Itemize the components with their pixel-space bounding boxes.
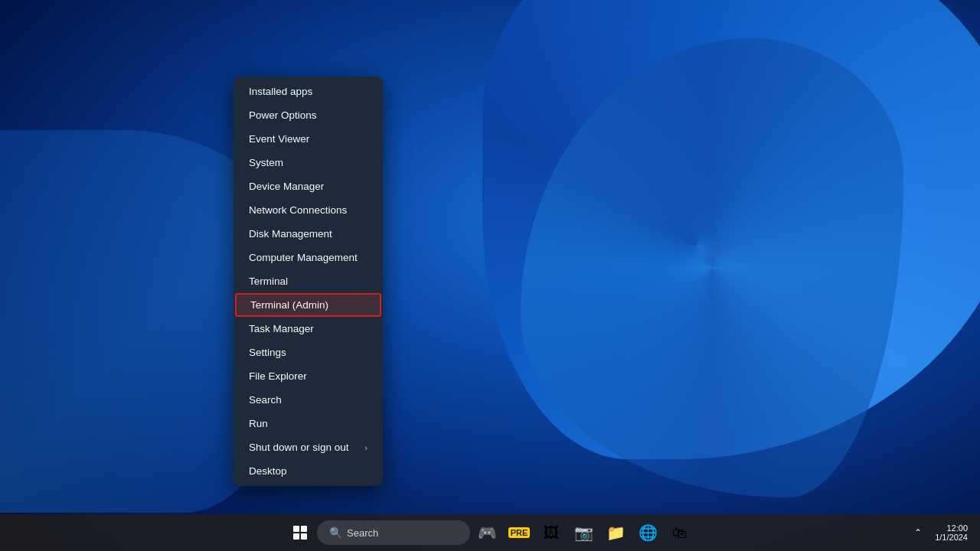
taskbar-icon-xbox[interactable]: PRE bbox=[504, 517, 534, 548]
menu-item-arrow-shut-down-sign-out: › bbox=[364, 443, 368, 452]
menu-item-label-device-manager: Device Manager bbox=[249, 181, 324, 192]
svg-rect-0 bbox=[293, 526, 299, 532]
desktop: Installed appsPower OptionsEvent ViewerS… bbox=[0, 0, 980, 551]
menu-item-desktop[interactable]: Desktop bbox=[234, 459, 383, 483]
menu-item-file-explorer[interactable]: File Explorer bbox=[234, 364, 383, 388]
menu-item-label-event-viewer: Event Viewer bbox=[249, 133, 309, 145]
menu-item-label-terminal: Terminal bbox=[249, 276, 288, 287]
taskbar-icon-meet[interactable]: 📷 bbox=[568, 517, 599, 548]
taskbar-right: ⌃ 12:00 1/1/2024 bbox=[903, 517, 971, 548]
menu-item-label-network-connections: Network Connections bbox=[249, 204, 347, 216]
menu-item-label-power-options: Power Options bbox=[249, 109, 317, 121]
menu-item-label-search: Search bbox=[249, 394, 282, 406]
menu-item-label-installed-apps: Installed apps bbox=[249, 86, 312, 97]
menu-item-disk-management[interactable]: Disk Management bbox=[234, 222, 383, 246]
menu-item-label-settings: Settings bbox=[249, 347, 286, 358]
svg-rect-1 bbox=[301, 526, 307, 532]
taskbar-search-icon: 🔍 bbox=[329, 527, 342, 539]
menu-item-search[interactable]: Search bbox=[234, 388, 383, 412]
menu-item-settings[interactable]: Settings bbox=[234, 341, 383, 364]
context-menu: Installed appsPower OptionsEvent ViewerS… bbox=[234, 77, 383, 486]
menu-item-event-viewer[interactable]: Event Viewer bbox=[234, 127, 383, 151]
menu-item-label-shut-down-sign-out: Shut down or sign out bbox=[249, 442, 349, 453]
menu-item-label-file-explorer: File Explorer bbox=[249, 370, 307, 382]
taskbar: 🔍 Search 🎮 PRE 🖼 📷 📁 🌐 � bbox=[0, 514, 980, 551]
taskbar-clock: 12:00 1/1/2024 bbox=[935, 523, 968, 542]
menu-item-shut-down-sign-out[interactable]: Shut down or sign out› bbox=[234, 435, 383, 459]
menu-item-label-desktop: Desktop bbox=[249, 465, 287, 477]
taskbar-icon-edge[interactable]: 🌐 bbox=[632, 517, 663, 548]
taskbar-center: 🔍 Search 🎮 PRE 🖼 📷 📁 🌐 � bbox=[285, 517, 695, 548]
menu-item-label-disk-management: Disk Management bbox=[249, 228, 332, 240]
menu-item-task-manager[interactable]: Task Manager bbox=[234, 317, 383, 341]
menu-item-system[interactable]: System bbox=[234, 151, 383, 174]
taskbar-icon-steam[interactable]: 🎮 bbox=[472, 517, 502, 548]
taskbar-icon-fileexplorer[interactable]: 📁 bbox=[600, 517, 631, 548]
svg-rect-2 bbox=[293, 533, 299, 540]
menu-item-label-system: System bbox=[249, 157, 283, 168]
menu-item-installed-apps[interactable]: Installed apps bbox=[234, 80, 383, 103]
taskbar-search[interactable]: 🔍 Search bbox=[317, 520, 470, 545]
taskbar-system-tray[interactable]: ⌃ bbox=[903, 517, 933, 548]
menu-item-terminal-admin[interactable]: Terminal (Admin) bbox=[235, 293, 381, 317]
menu-item-power-options[interactable]: Power Options bbox=[234, 103, 383, 127]
menu-item-computer-management[interactable]: Computer Management bbox=[234, 246, 383, 269]
taskbar-icon-photos[interactable]: 🖼 bbox=[536, 517, 567, 548]
menu-item-label-run: Run bbox=[249, 418, 268, 429]
menu-item-label-terminal-admin: Terminal (Admin) bbox=[250, 299, 328, 311]
menu-item-network-connections[interactable]: Network Connections bbox=[234, 198, 383, 222]
start-button[interactable] bbox=[285, 517, 315, 548]
menu-item-device-manager[interactable]: Device Manager bbox=[234, 174, 383, 198]
svg-rect-3 bbox=[301, 533, 307, 540]
taskbar-icon-store[interactable]: 🛍 bbox=[665, 517, 695, 548]
menu-item-run[interactable]: Run bbox=[234, 412, 383, 435]
menu-item-terminal[interactable]: Terminal bbox=[234, 269, 383, 293]
menu-item-label-task-manager: Task Manager bbox=[249, 323, 314, 334]
taskbar-search-label: Search bbox=[347, 527, 378, 539]
menu-item-label-computer-management: Computer Management bbox=[249, 252, 358, 263]
